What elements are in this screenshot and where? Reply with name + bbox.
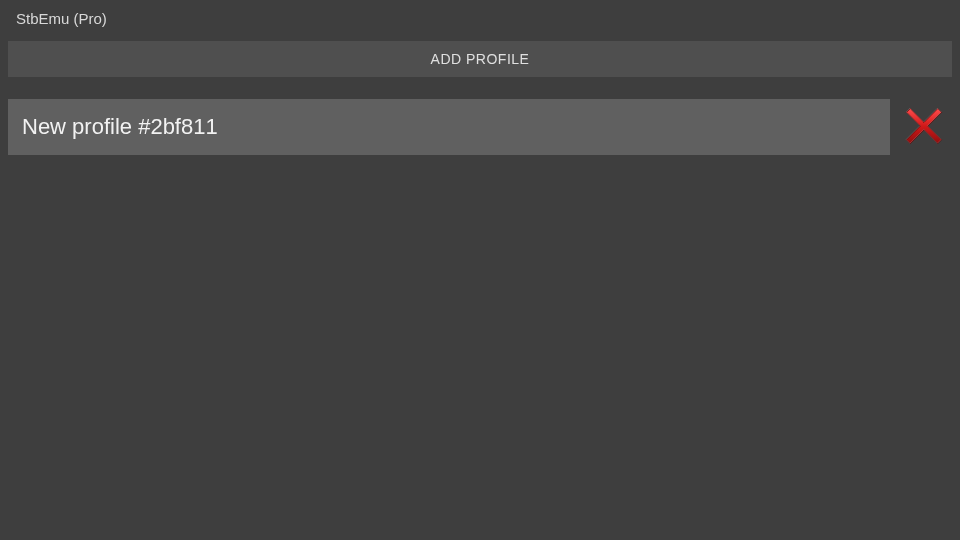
profile-row: New profile #2bf811 [8, 99, 952, 155]
profile-item[interactable]: New profile #2bf811 [8, 99, 890, 155]
close-x-icon [901, 103, 947, 152]
add-profile-button[interactable]: ADD PROFILE [8, 41, 952, 77]
app-root: StbEmu (Pro) ADD PROFILE New profile #2b… [0, 0, 960, 540]
profile-name-label: New profile #2bf811 [22, 114, 218, 140]
delete-profile-button[interactable] [896, 99, 952, 155]
app-title: StbEmu (Pro) [8, 6, 952, 41]
